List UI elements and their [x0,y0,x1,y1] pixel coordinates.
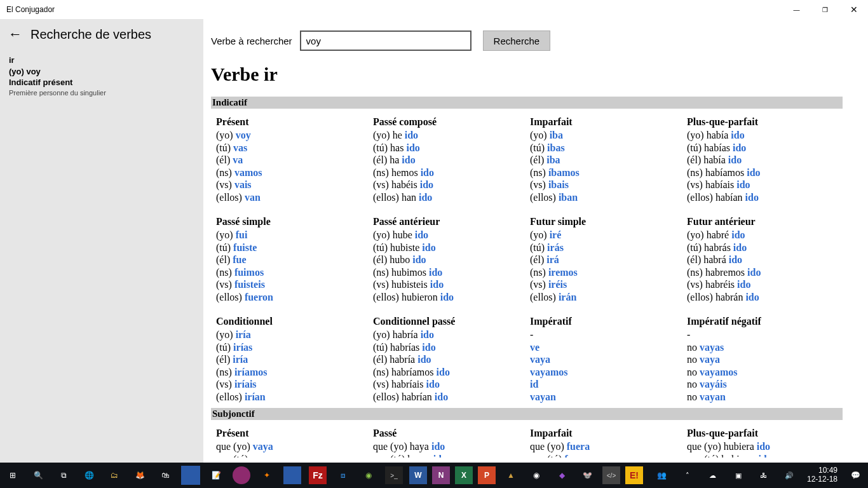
tense-title: Plus-que-parfait [687,428,837,439]
maximize-button[interactable]: ❐ [811,0,839,19]
tense-block: Impératif-vevayavayamosidvayan [530,316,681,403]
conjugation-line: (ellos) habían ido [687,191,837,204]
conjugation-line: (tú) hubiste ido [373,241,524,254]
dropbox-icon[interactable]: ⧈ [330,463,356,488]
verb-heading: Verbe ir [211,64,843,85]
explorer-icon[interactable]: 🗂 [102,463,127,488]
search-input[interactable] [300,30,471,51]
conjugation-line: (tú) fuiste [216,241,367,254]
conjugation-line: (ns) iríamos [216,366,367,379]
conjugation-line: (ns) vamos [216,166,367,179]
tray-clock[interactable]: 10:49 12-12-18 [802,466,843,484]
tray-network-icon[interactable]: 🖧 [751,463,776,488]
elconjugador-icon[interactable]: E! [625,466,643,484]
vs-icon[interactable]: ◆ [549,463,574,488]
chrome-icon[interactable]: ◉ [524,463,549,488]
tense-block: Conditionnel(yo) iría(tú) irías(él) iría… [216,316,367,403]
app-icon-6[interactable]: 🐭 [574,463,600,488]
tray-up-icon[interactable]: ˄ [675,463,700,488]
main-panel: Verbe à rechercher Recherche Verbe ir In… [203,19,868,463]
search-icon[interactable]: 🔍 [25,463,51,488]
tense-title: Conditionnel passé [373,316,524,327]
excel-icon[interactable]: X [455,466,473,484]
conjugation-line: vaya [530,353,681,366]
conjugation-line: (yo) hube ido [373,229,524,241]
tray-cloud-icon[interactable]: ☁ [700,463,726,488]
powerpoint-icon[interactable]: P [478,466,496,484]
conjugation-line: (vs) habéis ido [373,179,524,191]
tray-app-icon[interactable]: ▣ [726,463,751,488]
result-tense: Indicatif présent [9,77,194,88]
tense-block: Imparfaitque (yo) fueraque (tú) fuerasqu… [530,428,681,458]
conjugation-line: no vayamos [687,366,837,379]
app-icon[interactable] [181,466,200,485]
app-icon-2[interactable] [233,466,250,484]
conjugation-line: (vs) hubisteis ido [373,278,524,291]
conjugation-line: (tú) vas [216,142,367,154]
close-button[interactable]: ✕ [839,0,868,19]
androidstudio-icon[interactable]: ◉ [356,463,381,488]
app-icon-4[interactable] [283,466,301,484]
conjugation-line: (ns) íbamos [530,166,681,179]
conjugation-line: (él) hubo ido [373,254,524,266]
conjugation-line: no vayan [687,391,837,403]
conjugation-line: (yo) iré [530,229,681,241]
app-icon-7[interactable]: </> [602,466,620,484]
onenote-icon[interactable]: N [432,466,450,484]
search-button[interactable]: Recherche [483,30,551,51]
conjugation-line: ve [530,341,681,354]
conjugation-line: (vs) habíais ido [687,179,837,191]
taskbar[interactable]: ⊞ 🔍 ⧉ 🌐 🗂 🦊 🛍 📝 ✦ Fz ⧈ ◉ >_ W N X P ▲ ◉ … [0,463,868,488]
result-person: Première personne du singulier [9,88,194,98]
conjugation-line: (tú) habrás ido [687,241,837,254]
tray-volume-icon[interactable]: 🔊 [776,463,802,488]
minimize-button[interactable]: — [782,0,811,19]
tense-title: Passé antérieur [373,216,524,227]
conjugation-line: - [687,329,837,341]
conjugation-line: (vs) iríais [216,378,367,391]
back-button[interactable]: ← [0,26,31,43]
app-icon-3[interactable]: ✦ [254,463,280,488]
conjugation-line: (yo) habré ido [687,229,837,241]
word-icon[interactable]: W [409,466,427,484]
tense-block: Plus-que-parfaitque (yo) hubiera idoque … [687,428,837,458]
conjugation-line: (él) iría [216,353,367,366]
taskview-icon[interactable]: ⧉ [51,463,76,488]
start-button[interactable]: ⊞ [0,463,25,488]
conjugation-line: (ns) habíamos ido [687,166,837,179]
conjugation-line: no vayas [687,341,837,354]
conjugation-scroll[interactable]: Verbe ir Indicatif Présent(yo) voy(tú) v… [203,57,845,458]
conjugation-line: (tú) irías [216,341,367,354]
conjugation-line: (él) fue [216,254,367,266]
store-icon[interactable]: 🛍 [153,463,178,488]
tense-title: Passé [373,428,524,439]
conjugation-line: vayamos [530,366,681,379]
conjugation-line: que (tú) hubieras ido [687,453,837,458]
firefox-icon[interactable]: 🦊 [127,463,153,488]
conjugation-line: (ns) fuimos [216,266,367,279]
window-title: El Conjugador [6,5,55,14]
tense-title: Conditionnel [216,316,367,327]
tense-block: Futur simple(yo) iré(tú) irás(él) irá(ns… [530,216,681,303]
app-icon-5[interactable]: ▲ [498,463,524,488]
sidebar-title: Recherche de verbes [31,27,151,42]
tense-block: Futur antérieur(yo) habré ido(tú) habrás… [687,216,837,303]
conjugation-line: (yo) he ido [373,129,524,142]
tense-block: Présentque (yo) vayaque (tú) vayasque (é… [216,428,367,458]
people-icon[interactable]: 👥 [649,463,675,488]
conjugation-line: (él) irá [530,254,681,266]
conjugation-line: (tú) ibas [530,142,681,154]
filezilla-icon[interactable]: Fz [309,466,327,484]
conjugation-line: (él) habría ido [373,353,524,366]
action-center-icon[interactable]: 💬 [843,463,868,488]
npp-icon[interactable]: 📝 [203,463,229,488]
tense-block: Imparfait(yo) iba(tú) ibas(él) iba(ns) í… [530,116,681,203]
conjugation-line: (yo) habría ido [373,329,524,341]
edge-icon[interactable]: 🌐 [76,463,102,488]
tense-title: Impératif négatif [687,316,837,327]
conjugation-line: (vs) habréis ido [687,278,837,291]
tense-title: Imparfait [530,116,681,128]
conjugation-line: (tú) habrías ido [373,341,524,354]
terminal-icon[interactable]: >_ [385,466,403,484]
conjugation-line: que (yo) vaya [216,440,367,453]
